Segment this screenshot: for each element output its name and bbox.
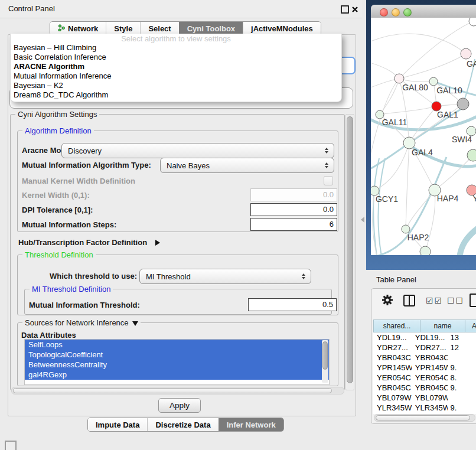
gear-icon[interactable] [381,294,394,309]
table-header-row[interactable]: shared...nameA [373,319,476,332]
new-table-icon[interactable] [470,294,476,307]
tab-infer-network[interactable]: Infer Network [219,418,283,431]
minimize-traffic-light-icon[interactable] [392,8,400,17]
panel-collapse-arrow-icon[interactable] [361,217,364,223]
zoom-traffic-light-icon[interactable] [403,8,412,17]
table-cell: YBR043C [373,353,412,363]
network-edge[interactable] [380,106,436,115]
settings-scrollbar-thumb[interactable] [347,116,353,383]
network-node-gal[interactable] [461,48,471,59]
algorithm-option[interactable]: Dream8 DC_TDC Algorithm [11,90,341,100]
table-row[interactable]: YER054CYER054C8. [373,373,476,383]
unselect-all-columns-icon[interactable]: ☐☐ [447,296,464,305]
network-node[interactable] [420,246,431,255]
manual-kernel-width-checkbox[interactable] [324,176,333,185]
manual-kernel-width-label: Manual Kernel Width Definition [22,177,135,185]
table-cell: YLR345W [373,403,412,413]
network-node[interactable] [467,149,476,161]
algorithm-option[interactable]: ARACNE Algorithm [11,62,341,71]
tab-discretize-data[interactable]: Discretize Data [147,418,218,431]
tab-cyni-toolbox[interactable]: Cyni Toolbox [179,22,243,35]
table-row[interactable]: YBR043CYBR043C [373,353,476,363]
network-canvas[interactable]: GALGAL80GAL10GAL1GAL11SWI4GAL4GCY1HAP4YH… [371,18,476,255]
algorithm-option[interactable]: Basic Correlation Inference [11,53,341,62]
settings-scrollbar[interactable] [345,114,354,390]
mi-threshold-input[interactable]: 0.5 [248,298,337,311]
mi-steps-label: Mutual Information Steps: [22,220,116,229]
aracne-mode-select[interactable]: Discovery [61,143,334,158]
data-attributes-label: Data Attributes [21,331,76,340]
network-edge[interactable] [406,143,409,229]
table-cell: YPR145W [412,363,448,373]
table-cell: YBL079W [373,393,412,403]
table-row[interactable]: YPR145WYPR145W9. [373,363,476,373]
tab-select[interactable]: Select [140,22,178,35]
tab-style[interactable]: Style [106,22,140,35]
settings-group-title: Cyni Algorithm Settings [15,110,99,119]
algorithm-option[interactable]: Mutual Information Inference [11,71,341,81]
network-edge[interactable] [409,106,436,143]
network-edge[interactable] [399,79,433,81]
table-row[interactable]: YBL079WYBL079W [373,393,476,403]
data-attribute-item[interactable]: BetweennessCentrality [25,360,329,370]
network-node-hap2[interactable] [402,225,410,233]
data-attribute-item[interactable]: TopologicalCoefficient [25,350,329,360]
network-node-label: SWI4 [452,135,472,144]
list-scrollbar[interactable] [322,340,328,383]
network-edge[interactable] [459,227,476,255]
which-threshold-select[interactable]: MI Threshold [139,269,311,284]
algorithm-dropdown: Select algorithm to view settings Bayesi… [10,34,342,102]
table-body[interactable]: YDL19...YDL19...13YDR27...YDR27...12YBR0… [373,332,476,414]
network-node-gal10[interactable] [429,77,438,86]
table-hscrollbar[interactable] [374,414,475,422]
table-cell: 9. [448,383,476,393]
sources-group-title[interactable]: Sources for Network Inference [22,318,141,327]
tab-label: jActiveMNodules [251,24,313,33]
data-attribute-item[interactable]: gal4RGexp [25,370,329,380]
kernel-width-input[interactable]: 0.0 [250,188,337,201]
tab-network[interactable]: Network [50,22,106,35]
apply-button[interactable]: Apply [158,398,201,413]
table-hscrollbar-thumb[interactable] [376,415,470,420]
mi-algorithm-type-select[interactable]: Naive Bayes [160,158,334,173]
column-header[interactable]: A [465,319,476,332]
network-edge[interactable] [380,79,399,115]
dpi-tolerance-input[interactable]: 0.0 [250,203,337,216]
network-node-gal80[interactable] [395,74,404,83]
network-node-gal4[interactable] [403,137,415,149]
list-scrollbar-thumb[interactable] [322,341,328,370]
column-header[interactable]: shared... [373,319,420,332]
settings-hscrollbar-thumb[interactable] [13,388,332,393]
table-row[interactable]: YBR045CYBR045C9. [373,383,476,393]
split-columns-icon[interactable] [403,295,415,306]
network-edge[interactable] [371,34,466,54]
network-node-label: Y [472,194,476,203]
network-edge[interactable] [374,143,409,191]
tab-jactivemnodules[interactable]: jActiveMNodules [243,22,321,35]
close-icon[interactable] [351,5,358,12]
select-all-columns-icon[interactable]: ☑☑ [426,296,443,305]
table-row[interactable]: YDL19...YDL19...13 [373,332,476,343]
mi-steps-input[interactable]: 6 [250,218,337,231]
data-attributes-list[interactable]: SelfLoopsTopologicalCoefficientBetweenne… [24,339,330,385]
float-panel-icon[interactable] [341,5,349,14]
network-edge[interactable] [406,190,435,229]
close-traffic-light-icon[interactable] [380,8,388,17]
network-window-titlebar[interactable] [371,5,476,18]
network-node-label: GCY1 [376,194,398,204]
algorithm-option[interactable]: Bayesian – Hill Climbing [11,43,341,53]
minimized-panel-icon[interactable] [5,441,17,450]
network-node[interactable] [469,18,476,26]
column-header[interactable]: name [420,319,465,332]
table-row[interactable]: YLR345WYLR345W9. [373,403,476,413]
algorithm-option[interactable]: Bayesian – K2 [11,81,341,90]
settings-hscrollbar[interactable] [11,387,344,394]
data-attribute-item[interactable]: SelfLoops [25,340,329,350]
network-edge[interactable] [399,54,466,79]
network-node[interactable] [457,98,469,110]
network-edge[interactable] [378,158,385,255]
network-edge[interactable] [425,190,435,252]
table-row[interactable]: YDR27...YDR27...12 [373,343,476,353]
tab-impute-data[interactable]: Impute Data [88,418,147,431]
hub-definition-expander[interactable]: Hub/Transcription Factor Definition [18,237,160,247]
